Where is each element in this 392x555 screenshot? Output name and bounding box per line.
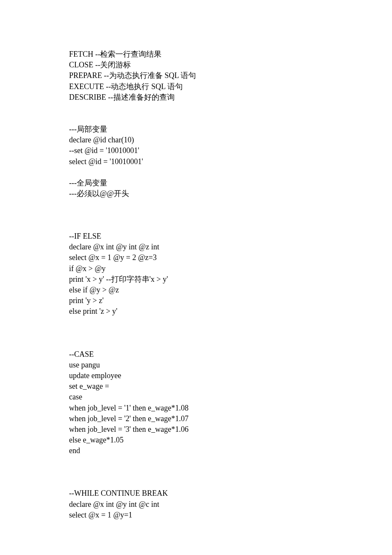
document-page: FETCH --检索一行查询结果 CLOSE --关闭游标 PREPARE --… (0, 0, 392, 520)
code-line: else e_wage*1.05 (69, 435, 324, 445)
code-line: --CASE (69, 349, 324, 360)
code-line: update employee (69, 370, 324, 381)
code-line: end (69, 445, 324, 456)
code-line: FETCH --检索一行查询结果 (69, 49, 324, 60)
blank-space (69, 103, 324, 124)
code-line: when job_level = '1' then e_wage*1.08 (69, 403, 324, 413)
code-line: when job_level = '3' then e_wage*1.06 (69, 424, 324, 435)
code-line: --set @id = '10010001' (69, 145, 324, 156)
code-line: declare @x int @y int @c int (69, 499, 324, 510)
code-line: declare @id char(10) (69, 135, 324, 145)
code-line: EXECUTE --动态地执行 SQL 语句 (69, 81, 324, 92)
blank-space (69, 456, 324, 477)
code-line: declare @x int @y int @z int (69, 242, 324, 252)
blank-space (69, 220, 324, 231)
code-line: CLOSE --关闭游标 (69, 60, 324, 70)
code-line: when job_level = '2' then e_wage*1.07 (69, 413, 324, 424)
code-line: print 'x > y' --打印字符串'x > y' (69, 274, 324, 285)
code-line: select @x = 1 @y = 2 @z=3 (69, 252, 324, 263)
code-line: ---全局变量 (69, 178, 324, 188)
code-line: else print 'z > y' (69, 306, 324, 317)
code-line: --WHILE CONTINUE BREAK (69, 488, 324, 499)
code-line: else if @y > @z (69, 285, 324, 295)
code-line: case (69, 392, 324, 402)
code-line: ---必须以@@开头 (69, 188, 324, 199)
code-line: set e_wage = (69, 381, 324, 392)
blank-space (69, 477, 324, 488)
code-line: if @x > @y (69, 263, 324, 274)
blank-space (69, 338, 324, 349)
code-line: select @id = '10010001' (69, 156, 324, 167)
blank-space (69, 167, 324, 178)
code-line: use pangu (69, 360, 324, 370)
code-line: select @x = 1 @y=1 (69, 510, 324, 520)
blank-space (69, 199, 324, 220)
code-line: PREPARE --为动态执行准备 SQL 语句 (69, 70, 324, 81)
blank-space (69, 317, 324, 338)
code-line: ---局部变量 (69, 124, 324, 135)
code-line: print 'y > z' (69, 295, 324, 306)
code-line: DESCRIBE --描述准备好的查询 (69, 92, 324, 103)
code-line: --IF ELSE (69, 231, 324, 242)
